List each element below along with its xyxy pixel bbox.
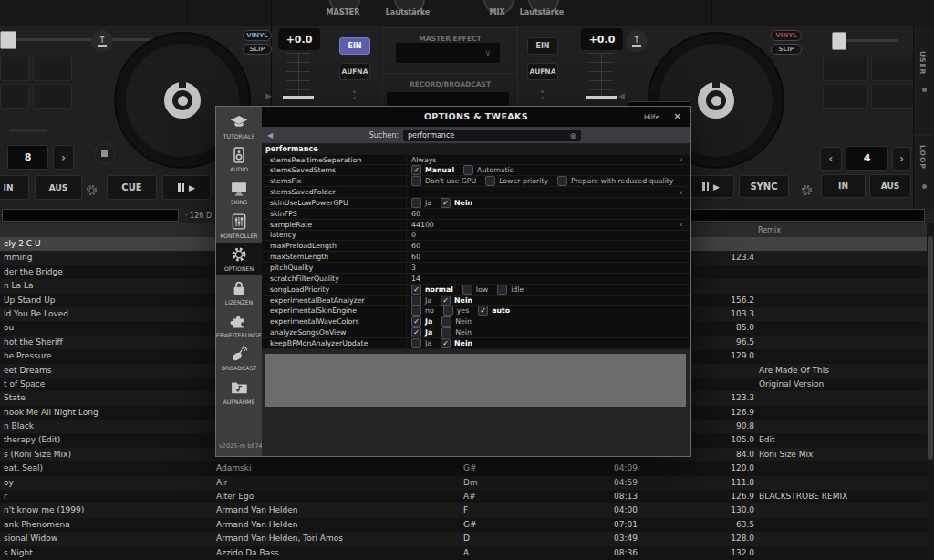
checkbox-label[interactable]: Manual (425, 166, 454, 174)
checkbox-checked[interactable]: ✓ (441, 338, 451, 348)
right-pad-1[interactable] (823, 57, 868, 81)
setting-value[interactable]: 60 (406, 209, 690, 219)
sidebar-item-skins[interactable]: SKINS (216, 176, 262, 209)
sync-button[interactable]: SYNC (739, 175, 789, 198)
checkbox-label[interactable]: Nein (454, 339, 472, 347)
setting-value[interactable]: ∨ (406, 187, 690, 197)
checkbox-label[interactable]: low (476, 285, 488, 294)
position-bar-left[interactable] (2, 209, 179, 222)
checkbox-label[interactable]: Don't use GPU (425, 177, 476, 185)
checkbox-label[interactable]: yes (457, 306, 469, 315)
loop-out-button-right[interactable]: AUS (869, 174, 911, 198)
right-pad-3[interactable] (823, 84, 868, 109)
master-effect-dropdown[interactable]: ∨ (396, 43, 500, 63)
sidebar-item-lizenzen[interactable]: LIZENZEN (216, 275, 262, 308)
track-row[interactable]: s NightAzzido Da BassA08:36132.0 (0, 546, 927, 560)
close-icon[interactable]: ✕ (674, 111, 681, 121)
checkbox-label[interactable]: Ja (425, 339, 431, 347)
checkbox-unchecked[interactable] (411, 306, 421, 316)
vinyl-mode-button-left[interactable]: VINYL (243, 30, 272, 41)
vinyl-mode-button-right[interactable]: VINYL (771, 30, 802, 41)
sidebar-item-broadcast[interactable]: BROADCAST (216, 342, 262, 375)
pause-play-button-right[interactable]: ▶ (688, 175, 734, 198)
setting-value[interactable]: 60 (406, 241, 690, 251)
checkbox-label[interactable]: Nein (454, 296, 472, 305)
loop-increase-button-right[interactable]: › (892, 147, 911, 171)
master-ein-button-right[interactable]: EIN (527, 37, 558, 55)
track-row[interactable]: rAlter EgoA#08:13126.9BLACKSTROBE REMIX (0, 490, 927, 503)
checkbox-checked[interactable]: ✓ (441, 198, 451, 208)
aufnahme-button-right[interactable]: AUFNA (527, 63, 558, 80)
record-broadcast-box[interactable] (387, 92, 509, 107)
pitch-slider-handle-left[interactable] (283, 96, 314, 99)
setting-value[interactable]: 44100∨ (406, 220, 690, 230)
loop-size-display-left[interactable]: 8 (7, 145, 48, 170)
checkbox-unchecked[interactable] (485, 176, 495, 186)
track-row[interactable]: n't know me (1999)Armand Van HeldenF04:0… (0, 503, 927, 517)
checkbox-unchecked[interactable] (411, 296, 421, 306)
checkbox-label[interactable]: idle (511, 285, 524, 294)
checkbox-checked[interactable]: ✓ (411, 165, 421, 175)
left-pad-1[interactable] (0, 57, 29, 81)
loop-size-display-right[interactable]: 4 (846, 146, 888, 171)
checkbox-label[interactable]: Ja (425, 296, 431, 305)
slip-mode-button-left[interactable]: SLIP (243, 44, 272, 55)
help-link[interactable]: Hilfe (644, 113, 659, 121)
checkbox-checked[interactable]: ✓ (411, 285, 421, 295)
checkbox-unchecked[interactable] (497, 285, 507, 295)
setting-value[interactable]: Always∨ (406, 155, 690, 165)
sidebar-item-tutorials[interactable]: TUTORIALS (216, 109, 262, 142)
loop-increase-button-left[interactable]: › (53, 145, 74, 170)
left-pad-3[interactable] (0, 84, 29, 109)
slip-mode-button-right[interactable]: SLIP (771, 44, 802, 55)
deck-settings-gear-icon-right[interactable] (800, 183, 814, 197)
setting-value[interactable]: 14 (406, 274, 690, 284)
checkbox-unchecked[interactable] (462, 285, 472, 295)
checkbox-checked[interactable]: ✓ (411, 316, 421, 327)
deck-settings-gear-icon-left[interactable] (85, 183, 99, 197)
checkbox-label[interactable]: normal (425, 285, 453, 294)
checkbox-label[interactable]: Nein (454, 199, 472, 207)
right-pad-2[interactable] (871, 57, 914, 81)
checkbox-unchecked[interactable] (411, 198, 421, 208)
checkbox-checked[interactable]: ✓ (478, 306, 488, 316)
checkbox-unchecked[interactable] (463, 165, 473, 175)
browser-scrollbar-thumb[interactable] (928, 236, 933, 460)
checkbox-checked[interactable]: ✓ (441, 296, 451, 306)
checkbox-label[interactable]: Ja (425, 199, 431, 207)
checkbox-label[interactable]: Lower priority (499, 177, 548, 185)
right-pad-4[interactable] (871, 84, 914, 109)
aufnahme-button-left[interactable]: AUFNA (339, 63, 370, 80)
master-ein-button-left[interactable]: EIN (339, 37, 370, 55)
checkbox-unchecked[interactable] (411, 338, 421, 348)
sidebar-item-erweiterungen[interactable]: ERWEITERUNGEN (216, 308, 262, 341)
track-row[interactable]: ank PhenomenaArmand Van HeldenG#07:0163.… (0, 518, 927, 532)
user-tab[interactable]: USER (913, 26, 934, 134)
load-track-icon[interactable]: ↑ (91, 30, 113, 52)
checkbox-label[interactable]: no (425, 306, 434, 315)
dropdown-chevron-icon[interactable]: ∨ (679, 221, 683, 228)
checkbox-unchecked[interactable] (443, 306, 453, 316)
loop-tab[interactable]: LOOP (913, 136, 934, 212)
checkbox-checked[interactable]: ✓ (411, 327, 421, 337)
loop-decrease-button-right[interactable]: ‹ (820, 147, 842, 171)
setting-value[interactable]: 0 (406, 231, 690, 241)
dropdown-chevron-icon[interactable]: ∨ (679, 189, 683, 196)
checkbox-unchecked[interactable] (557, 176, 567, 186)
checkbox-label[interactable]: Automatic (477, 166, 514, 174)
checkbox-label[interactable]: Nein (455, 328, 472, 337)
cue-button-left[interactable]: CUE (107, 175, 157, 200)
left-deck-slider-handle[interactable] (0, 31, 16, 49)
checkbox-label[interactable]: Prepare with reduced quality (571, 177, 673, 185)
sidebar-item-kontroller[interactable]: KONTROLLER (216, 209, 262, 242)
checkbox-unchecked[interactable] (411, 176, 421, 186)
loop-out-button-left[interactable]: AUS (35, 175, 82, 200)
checkbox-label[interactable]: Ja (425, 328, 432, 337)
pitch-slider-handle-right[interactable] (586, 96, 617, 99)
checkbox-unchecked[interactable] (441, 327, 451, 337)
checkbox-label[interactable]: Nein (455, 317, 472, 326)
track-row[interactable]: oyAirDm04:59111.8 (0, 476, 927, 490)
search-input[interactable]: performance ⊗ (403, 130, 581, 141)
sidebar-item-aufnahme[interactable]: AUFNAHME (216, 375, 262, 408)
load-track-icon[interactable]: ↑ (626, 30, 648, 52)
